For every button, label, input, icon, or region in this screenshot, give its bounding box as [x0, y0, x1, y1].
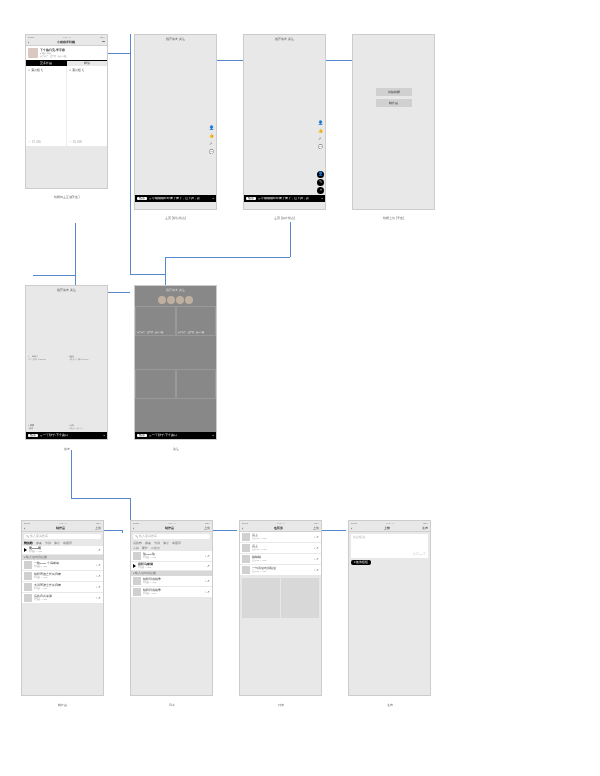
screen-label: 日本 — [130, 703, 213, 707]
record-video-button[interactable]: 拍摄视频 — [376, 88, 412, 96]
now-playing-row[interactable]: 明white明舒昌 • 4:00↗ — [22, 546, 103, 554]
tag-chip[interactable]: ♥ 随他想想 — [351, 560, 371, 565]
menu-icon[interactable]: ≡ — [104, 434, 105, 437]
now-playing-row[interactable]: 视听鸟瞰编舒昌 • 4:00↗ — [131, 562, 212, 570]
screen-home-default: 推荐 朋友 关注 👤 👍 ↗ 💬 热点 @小猪猪猪咔咔 来了来了，过下蹲，跟 ≡ — [134, 34, 217, 210]
now-playing-bar[interactable]: 热点 @一千秒子 ↓下个路口 ≡ — [26, 432, 107, 439]
track-row[interactable]: 大话西游之长尾归来舒昌 • 4:00○ ↗ — [22, 582, 103, 592]
create-work-button[interactable]: 制作品 — [376, 99, 412, 107]
search-input[interactable]: 🔍 输入音调搜索 — [24, 534, 101, 539]
screen-categories: ●●●●●9:41 AM100% ‹制作品上传 🔍 输入音调搜索 我的歌参奏节拍… — [130, 520, 213, 696]
more-icon[interactable]: ••• — [102, 40, 105, 44]
navbar: ‹制作品上传 — [131, 525, 212, 532]
menu-icon[interactable]: ≡ — [213, 197, 214, 200]
avatar — [28, 48, 38, 58]
video-grid: 来了来了，过下蹲，跟不上啦! 来了来了，过下蹲，跟不上啦! — [135, 306, 216, 432]
grid-item[interactable]: 来了来了，过下蹲，跟不上啦! — [135, 306, 176, 336]
like-count: ♡ 37,435 — [28, 140, 64, 144]
like-count: ♡ 35,890 — [69, 140, 105, 144]
user-icon[interactable]: 👤 — [318, 120, 323, 125]
screen-label: 主页 (默认状态) — [134, 216, 217, 220]
comment-icon[interactable]: 💬 — [209, 149, 214, 154]
now-playing-bar[interactable]: 热点 @一千秒子 ↓下个路口 ≡ — [135, 432, 216, 439]
track-item[interactable]: ♫ 演员想飞 — [69, 68, 105, 72]
add-bubble-icon[interactable]: ＋ — [317, 187, 324, 194]
screen-label: 朋友 — [25, 447, 108, 451]
play-icon[interactable] — [133, 564, 136, 568]
screen-home-actions: 推荐 朋友 关注 👤 👍 ↗ 💬 👤 ✎ ＋ 热点 @小猪猪猪咔咔 来了来了，过… — [243, 34, 326, 210]
screen-upload-empty: 拍摄视频 制作品 — [352, 34, 435, 210]
like-icon[interactable]: 👍 — [209, 133, 214, 138]
navbar: ‹小猪猪评科幽••• — [26, 39, 107, 46]
share-icon[interactable]: ↗ — [209, 141, 214, 146]
screen-label: 制作品 — [21, 703, 104, 707]
grid-item[interactable]: 来了来了，过下蹲，跟不上啦! — [176, 306, 217, 336]
screen-label: 主页 (操作状态) — [243, 216, 326, 220]
avatar[interactable] — [167, 296, 175, 304]
edit-bubble-icon[interactable]: ✎ — [317, 179, 324, 186]
top-tabs[interactable]: 推荐 朋友 关注 — [244, 35, 325, 43]
top-tabs[interactable]: 推荐 朋友 关注 — [135, 286, 216, 294]
compose-prompt: 你还想说: — [353, 536, 366, 556]
screen-author-interaction: ●●●●●9:41 AM100% ‹小猪猪评科幽••• 下个路口见-李宇春 ● … — [25, 34, 108, 189]
screen-label: 视频上传 (无图) — [352, 216, 435, 220]
now-playing-bar[interactable]: 热点 @小猪猪猪咔咔 来了来了，过下蹲，跟 ≡ — [135, 195, 216, 202]
like-icon[interactable]: 👍 — [318, 128, 323, 133]
track-row[interactable]: 视听日俄战争舒昌 • 4:00○ ↗ — [131, 587, 212, 597]
char-count: 还可100字 — [413, 553, 426, 556]
track-row[interactable]: 视听日俄战争舒昌 • 4:00○ ↗ — [131, 576, 212, 586]
publish-button[interactable]: 发布 — [422, 526, 428, 530]
track-row[interactable]: 明white明舒昌 • 4:00○ ↗ — [131, 551, 212, 561]
card-meta: ↓偶尔小个撑 ⬈15.5m — [69, 358, 106, 361]
card-meta: ↓藏底 — [28, 427, 65, 430]
avatar[interactable] — [185, 296, 193, 304]
user-icon[interactable]: 👤 — [209, 125, 214, 130]
track-row[interactable]: 一句话居同找哇居总223 • 4:00○ ↗ — [240, 565, 321, 575]
screen-label: 列表 — [239, 703, 322, 707]
screen-publish: ●●●●●9:41 AM100% ‹上传发布 你还想说: 还可100字 ♥ 随他… — [348, 520, 431, 696]
desc: 来了来了，过下蹲，跟不上啦! — [40, 55, 105, 58]
play-icon[interactable] — [24, 548, 27, 552]
track-row[interactable]: 嗯嗯嗯总223 • 4:00○ ↗ — [240, 554, 321, 564]
track-row[interactable]: 视听西遊之长尾归来舒昌 • 4:00○ ↗ — [22, 571, 103, 581]
track-row[interactable]: 我去总223 • 4:00○ ↗ — [240, 543, 321, 553]
screen-label: 视频网主互动(无图) — [25, 195, 108, 199]
navbar: ‹上传发布 — [349, 525, 430, 532]
avatar[interactable] — [158, 296, 166, 304]
top-tabs[interactable]: 推荐 朋友 关注 — [135, 35, 216, 43]
card-meta: ↓偶尔个 ↓那个人 — [69, 427, 106, 430]
search-input[interactable]: 🔍 输入音调搜索 — [133, 534, 210, 539]
screen-follow: 推荐 朋友 关注 来了来了，过下蹲，跟不上啦! 来了来了，过下蹲，跟不上啦! 热… — [134, 285, 217, 440]
track-row[interactable]: 我去总223 • 4:00○ ↗ — [240, 532, 321, 542]
top-tabs[interactable]: 推荐 朋友 关注 — [26, 286, 107, 294]
grid-item[interactable] — [135, 369, 176, 399]
avatar-row — [135, 294, 216, 306]
menu-icon[interactable]: ≡ — [213, 434, 214, 437]
screen-create: ●●●●●9:41 AM100% ‹制作品上传 🔍 输入音调搜索 我的歌 参奏节… — [21, 520, 104, 696]
upload-button[interactable]: 上传 — [204, 526, 210, 530]
grid-item[interactable] — [176, 369, 217, 399]
screen-label: 关注 — [134, 447, 217, 451]
profile-bubble-icon[interactable]: 👤 — [317, 171, 324, 178]
card-meta: ↓下个路口 ⬈15.5m — [28, 358, 65, 361]
navbar: ‹色药派上传 — [240, 525, 321, 532]
track-item[interactable]: ♫ 演员想飞 — [28, 68, 64, 72]
upload-button[interactable]: 上传 — [95, 526, 101, 530]
now-playing-bar[interactable]: 热点 @小猪猪猪咔咔 来了来了，过下蹲，跟 ≡ — [244, 195, 325, 202]
avatar[interactable] — [176, 296, 184, 304]
screen-label: 发布 — [348, 703, 431, 707]
track-row[interactable]: 一吻christ-个鸟瞰编舒昌 • 4:00○ ↗ — [22, 560, 103, 570]
comment-icon[interactable]: 💬 — [318, 144, 323, 149]
navbar: ‹制作品上传 — [22, 525, 103, 532]
screen-friends: 推荐 朋友 关注 ♪ 一千秒子 ↓下个路口 ⬈15.5m ♪ 遇见 ↓偶尔小个撑… — [25, 285, 108, 440]
action-icon[interactable]: ↗ — [98, 549, 101, 552]
upload-button[interactable]: 上传 — [313, 526, 319, 530]
track-row[interactable]: 我的日式盃弹舒昌 • 4:00○ ↗ — [22, 593, 103, 603]
share-icon[interactable]: ↗ — [318, 136, 323, 141]
menu-icon[interactable]: ≡ — [322, 197, 323, 200]
screen-playlist: ●●●●●9:41 AM100% ‹色药派上传 我去总223 • 4:00○ ↗… — [239, 520, 322, 696]
